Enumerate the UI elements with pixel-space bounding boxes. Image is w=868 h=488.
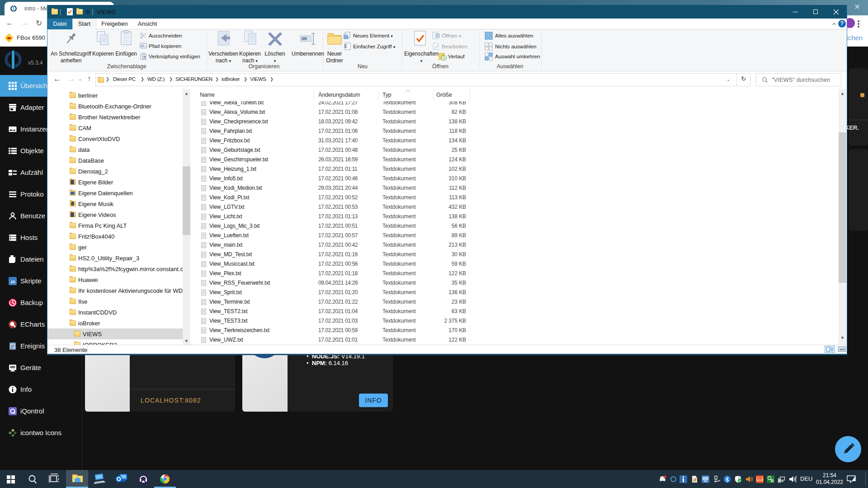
svg-text:W..: W..: [141, 44, 146, 48]
svg-text:CC4: CC4: [756, 478, 763, 481]
svg-text:JS: JS: [10, 280, 15, 284]
